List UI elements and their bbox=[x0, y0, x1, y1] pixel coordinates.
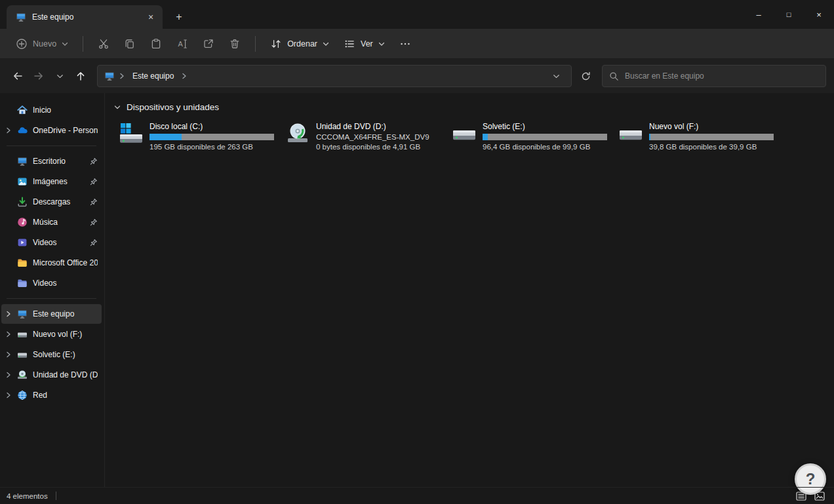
drive-free-space: 0 bytes disponibles de 4,91 GB bbox=[316, 142, 429, 152]
trash-icon bbox=[229, 38, 241, 50]
delete-button[interactable] bbox=[222, 33, 247, 54]
view-button[interactable]: Ver bbox=[337, 33, 391, 54]
address-row: Este equipo bbox=[0, 59, 834, 93]
dvd-drive-icon bbox=[285, 121, 311, 147]
search-box bbox=[602, 65, 826, 87]
chevron-right-icon[interactable] bbox=[6, 372, 11, 378]
copy-icon bbox=[124, 38, 136, 50]
drive-name: Unidad de DVD (D:) bbox=[316, 121, 429, 132]
local-disk-icon bbox=[118, 121, 144, 147]
cut-icon bbox=[98, 38, 109, 50]
chevron-right-icon[interactable] bbox=[6, 351, 11, 358]
sidebar-item-microsoft-office[interactable]: Microsoft Office 20 bbox=[1, 253, 102, 273]
sidebar-item-inicio[interactable]: Inicio bbox=[1, 100, 102, 120]
breadcrumb-this-pc[interactable]: Este equipo bbox=[129, 69, 177, 83]
drive-free-space: 39,8 GB disponibles de 39,9 GB bbox=[649, 142, 774, 152]
sidebar-item-red[interactable]: Red bbox=[1, 385, 102, 405]
sidebar-item-nuevo-vol-f[interactable]: Nuevo vol (F:) bbox=[1, 324, 102, 344]
ellipsis-icon bbox=[399, 38, 411, 50]
sidebar-item-escritorio[interactable]: Escritorio bbox=[1, 151, 102, 171]
home-icon bbox=[17, 105, 28, 115]
sort-label: Ordenar bbox=[287, 39, 317, 48]
chevron-right-icon[interactable] bbox=[6, 331, 11, 338]
sidebar-item-label: Escritorio bbox=[33, 157, 85, 166]
view-toggles bbox=[796, 492, 827, 501]
more-options-button[interactable] bbox=[393, 33, 418, 54]
sidebar-item-videos-folder[interactable]: Videos bbox=[1, 273, 102, 293]
section-devices-and-drives[interactable]: Dispositivos y unidades bbox=[113, 102, 834, 112]
sidebar-item-musica[interactable]: Música bbox=[1, 212, 102, 232]
svg-text:A: A bbox=[178, 40, 184, 48]
videos-icon bbox=[17, 237, 28, 248]
sidebar-item-videos[interactable]: Videos bbox=[1, 233, 102, 252]
sidebar-item-dvd-d[interactable]: Unidad de DVD (D:) bbox=[1, 365, 102, 385]
chevron-down-icon bbox=[378, 41, 385, 47]
sidebar-item-onedrive[interactable]: OneDrive - Persona bbox=[1, 121, 102, 140]
back-arrow-icon bbox=[12, 70, 24, 82]
sort-button[interactable]: Ordenar bbox=[264, 33, 336, 54]
sidebar-item-imagenes[interactable]: Imágenes bbox=[1, 172, 102, 191]
forward-button[interactable] bbox=[29, 66, 49, 86]
drive-icon bbox=[17, 329, 28, 339]
large-icons-view-button[interactable] bbox=[814, 492, 825, 501]
sidebar-separator bbox=[7, 145, 96, 146]
drive-volume-label: CCCOMA_X64FRE_ES-MX_DV9 bbox=[316, 132, 429, 142]
drive-icon bbox=[17, 349, 28, 360]
maximize-button[interactable]: □ bbox=[774, 0, 804, 29]
explorer-tab[interactable]: Este equipo × bbox=[7, 5, 163, 29]
copy-button[interactable] bbox=[117, 33, 142, 54]
drive-item-c[interactable]: Disco local (C:) 195 GB disponibles de 2… bbox=[113, 119, 279, 155]
tab-title: Este equipo bbox=[32, 12, 137, 22]
sidebar-item-label: Microsoft Office 20 bbox=[33, 258, 98, 267]
chevron-down-icon bbox=[62, 41, 68, 47]
drive-item-f[interactable]: Nuevo vol (F:) 39,8 GB disponibles de 39… bbox=[612, 119, 779, 155]
new-tab-button[interactable]: + bbox=[169, 7, 189, 27]
rename-button[interactable]: A bbox=[170, 33, 195, 54]
address-bar[interactable]: Este equipo bbox=[97, 65, 572, 87]
pin-icon bbox=[90, 157, 98, 165]
chevron-right-icon[interactable] bbox=[6, 127, 11, 134]
sidebar-item-este-equipo[interactable]: Este equipo bbox=[1, 304, 102, 324]
plus-icon bbox=[16, 38, 28, 50]
close-button[interactable]: × bbox=[804, 0, 834, 29]
back-button[interactable] bbox=[8, 66, 28, 86]
sidebar-item-label: Unidad de DVD (D:) bbox=[33, 370, 98, 379]
breadcrumb-chevron-icon[interactable] bbox=[119, 73, 125, 79]
paste-icon bbox=[150, 38, 162, 50]
search-input[interactable] bbox=[625, 71, 819, 81]
details-view-button[interactable] bbox=[796, 492, 806, 501]
chevron-right-icon[interactable] bbox=[6, 311, 11, 317]
toolbar-separator bbox=[83, 36, 83, 52]
share-button[interactable] bbox=[196, 33, 221, 54]
tab-close-button[interactable]: × bbox=[143, 9, 159, 25]
drive-item-e[interactable]: Solvetic (E:) 96,4 GB disponibles de 99,… bbox=[446, 119, 612, 155]
sidebar-item-solvetic-e[interactable]: Solvetic (E:) bbox=[1, 345, 102, 364]
recent-locations-button[interactable] bbox=[50, 66, 70, 86]
command-bar: Nuevo A Ordenar Ver bbox=[0, 29, 834, 59]
folder-icon bbox=[17, 258, 28, 268]
refresh-button[interactable] bbox=[576, 66, 595, 86]
status-bar: 4 elementos bbox=[0, 487, 834, 504]
chevron-right-icon[interactable] bbox=[6, 392, 11, 398]
minimize-button[interactable]: – bbox=[744, 0, 774, 29]
paste-button[interactable] bbox=[144, 33, 169, 54]
cut-button[interactable] bbox=[91, 33, 116, 54]
rename-icon: A bbox=[176, 38, 188, 50]
address-dropdown-button[interactable] bbox=[546, 66, 566, 86]
new-item-button[interactable]: Nuevo bbox=[9, 33, 75, 54]
explorer-body: Inicio OneDrive - Persona Escritorio Imá… bbox=[0, 93, 834, 487]
downloads-icon bbox=[17, 197, 28, 207]
sidebar-item-descargas[interactable]: Descargas bbox=[1, 192, 102, 212]
drive-item-dvd-d[interactable]: Unidad de DVD (D:) CCCOMA_X64FRE_ES-MX_D… bbox=[279, 119, 446, 155]
breadcrumb-chevron-icon[interactable] bbox=[182, 73, 187, 79]
folder-icon bbox=[17, 278, 28, 288]
sidebar-item-label: Red bbox=[33, 391, 98, 400]
drive-usage-bar bbox=[649, 134, 774, 140]
up-button[interactable] bbox=[71, 66, 90, 86]
chevron-down-icon bbox=[114, 105, 121, 110]
sidebar-item-label: Este equipo bbox=[33, 309, 98, 319]
help-question-mark: ? bbox=[806, 470, 816, 488]
drive-usage-fill bbox=[149, 134, 182, 140]
file-explorer-window: Este equipo × + – □ × Nuevo A bbox=[0, 0, 834, 504]
pin-icon bbox=[90, 218, 98, 226]
